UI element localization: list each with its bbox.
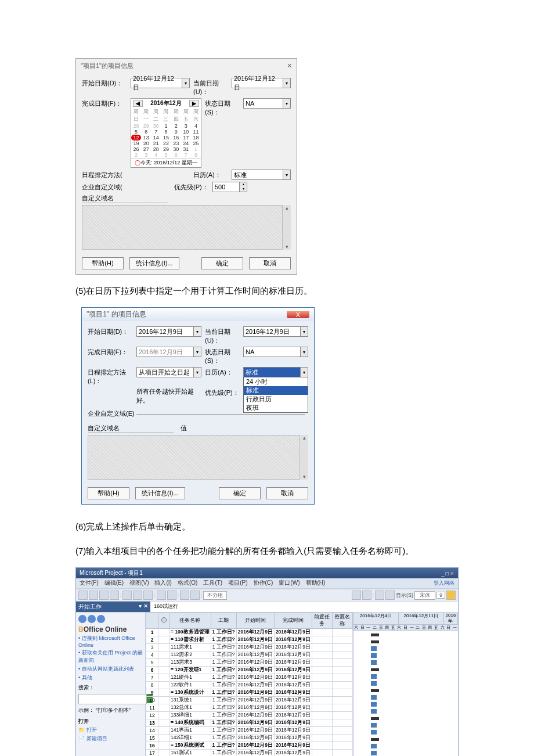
gantt-bar[interactable]	[353, 722, 458, 729]
help-button[interactable]: 帮助(H)	[88, 487, 129, 499]
login-link[interactable]: 登入网络	[430, 578, 458, 588]
status-date-input[interactable]: NA	[243, 347, 301, 357]
menu-item[interactable]: 插入(I)	[154, 579, 171, 586]
bold-icon[interactable]	[446, 591, 456, 600]
open-link[interactable]: 📁 打开	[78, 726, 143, 734]
menu-item[interactable]: 视图(V)	[129, 579, 149, 586]
task-row[interactable]: 14141界面11 工作日?2016年12月9日2016年12月9日	[146, 727, 353, 735]
home-icon[interactable]	[97, 615, 105, 623]
task-row[interactable]: 12133详细11 工作日?2016年12月9日2016年12月9日	[146, 712, 353, 719]
task-row[interactable]: 3111需求11 工作日?2016年12月9日2016年12月9日	[146, 644, 353, 651]
calendar-grid[interactable]: 周日周一周二周三周四周五周六 2829301234567891011121314…	[131, 108, 201, 158]
menu-item[interactable]: 帮助(H)	[306, 579, 326, 586]
redo-icon[interactable]	[167, 591, 176, 600]
print-icon[interactable]	[110, 591, 119, 600]
task-row[interactable]: 1= 100教务通管理1 工作日?2016年12月9日2016年12月9日	[146, 629, 353, 636]
task-grid[interactable]: ⓘ 任务名称 工期 开始时间 完成时间 前置任务 资源名称 1= 100教务通管…	[146, 613, 353, 756]
close-pane-icon[interactable]: ▾ ✕	[139, 603, 148, 611]
undo-icon[interactable]	[157, 591, 166, 600]
col-taskname[interactable]: 任务名称	[169, 613, 211, 629]
dropdown-option[interactable]: 夜班	[244, 404, 308, 412]
new-project-link[interactable]: 📄 新建项目	[78, 735, 143, 743]
chevron-down-icon[interactable]: ▾	[301, 326, 308, 337]
pane-link[interactable]: • 自动从网站更新此列表	[78, 665, 143, 673]
task-row[interactable]: 13= 140系统编码1 工作日?2016年12月9日2016年12月9日	[146, 719, 353, 727]
task-row[interactable]: 9= 130系统设计1 工作日?2016年12月9日2016年12月9日	[146, 689, 353, 697]
paste-icon[interactable]	[143, 591, 153, 600]
col-info[interactable]: ⓘ	[158, 613, 169, 629]
task-row[interactable]: 5113需求31 工作日?2016年12月9日2016年12月9日	[146, 659, 353, 667]
gantt-bar[interactable]	[353, 638, 458, 645]
chevron-down-icon[interactable]: ▾	[194, 347, 201, 357]
gantt-bar[interactable]	[353, 631, 458, 638]
col-start[interactable]: 开始时间	[236, 613, 274, 629]
outdent-icon[interactable]	[375, 591, 384, 600]
calendar-popup[interactable]: ◀ 2016年12月 ▶ 周日周一周二周三周四周五周六 282930123456…	[131, 98, 201, 168]
calendar-dropdown-list[interactable]: 24 小时 标准 行政日历 夜班	[243, 377, 308, 413]
start-date-input[interactable]: 2016年12月9日	[136, 326, 194, 337]
task-row[interactable]: 7121硬件11 工作日?2016年12月9日2016年12月9日	[146, 674, 353, 682]
chevron-down-icon[interactable]: ▾	[301, 367, 308, 377]
font-size-select[interactable]: 9	[436, 592, 445, 599]
gantt-bar[interactable]	[353, 645, 458, 652]
chevron-down-icon[interactable]: ▾	[301, 347, 308, 357]
chevron-down-icon[interactable]: ▾	[283, 98, 291, 109]
task-row[interactable]: 17151测试11 工作日?2016年12月9日2016年12月9日	[146, 750, 353, 757]
task-row[interactable]: 6= 120开发研11 工作日?2016年12月9日2016年12月9日	[146, 667, 353, 674]
gantt-bar[interactable]	[353, 729, 458, 736]
gantt-bar[interactable]	[353, 652, 458, 659]
custom-fields-grid[interactable]: ▴▾	[88, 435, 308, 480]
priority-input[interactable]: 500	[212, 182, 240, 192]
pane-link[interactable]: • 连接到 Microsoft Office Online	[78, 635, 143, 648]
next-month-icon[interactable]: ▶	[189, 100, 199, 107]
cancel-button[interactable]: 取消	[249, 257, 291, 269]
back-icon[interactable]	[78, 615, 86, 623]
current-date-input[interactable]: 2016年12月9日	[243, 326, 301, 337]
no-group-select[interactable]: 不分组	[203, 591, 227, 600]
ok-button[interactable]: 确定	[201, 257, 243, 269]
dropdown-option-selected[interactable]: 标准	[244, 386, 308, 395]
gantt-bar[interactable]	[353, 708, 458, 715]
link-icon[interactable]	[180, 591, 189, 600]
forward-icon[interactable]	[88, 615, 96, 623]
col-id[interactable]	[146, 613, 158, 629]
prev-month-icon[interactable]: ◀	[133, 100, 143, 107]
menu-bar[interactable]: 文件(F)编辑(E)视图(V)插入(I)格式(O)工具(T)项目(P)协作(C)…	[76, 578, 334, 588]
menu-item[interactable]: 格式(O)	[178, 579, 197, 586]
task-row[interactable]: 10131系统11 工作日?2016年12月9日2016年12月9日	[146, 697, 353, 704]
task-row[interactable]: 11132总体11 工作日?2016年12月9日2016年12月9日	[146, 704, 353, 712]
menu-item[interactable]: 编辑(E)	[104, 579, 124, 586]
gantt-bar[interactable]	[353, 673, 458, 680]
zoom-icon[interactable]	[362, 591, 371, 600]
gantt-bar[interactable]	[353, 715, 458, 722]
close-icon[interactable]: ×	[287, 61, 292, 70]
gantt-bar[interactable]	[353, 694, 458, 701]
chevron-down-icon[interactable]: ▾	[283, 170, 291, 180]
menu-item[interactable]: 文件(F)	[80, 579, 99, 586]
chevron-down-icon[interactable]: ▾	[194, 367, 201, 377]
unlink-icon[interactable]	[190, 591, 200, 600]
cancel-button[interactable]: 取消	[266, 487, 308, 499]
ok-button[interactable]: 确定	[219, 487, 261, 499]
indent-icon[interactable]	[385, 591, 395, 600]
show-menu[interactable]: 显示(S)	[396, 592, 413, 599]
gantt-bar[interactable]	[353, 701, 458, 708]
open-icon[interactable]	[89, 591, 98, 600]
chevron-down-icon[interactable]: ▾	[283, 78, 291, 88]
filter-icon[interactable]	[352, 591, 361, 600]
statistics-button[interactable]: 统计信息(I)...	[135, 487, 185, 499]
calendar-select[interactable]: 标准	[232, 170, 283, 180]
col-duration[interactable]: 工期	[211, 613, 236, 629]
gantt-bar[interactable]	[353, 687, 458, 694]
task-row[interactable]: 2= 110需求分析1 工作日?2016年12月9日2016年12月9日	[146, 636, 353, 644]
new-icon[interactable]	[78, 591, 88, 600]
gantt-bar[interactable]	[353, 743, 458, 750]
close-icon[interactable]: X	[287, 311, 309, 318]
scrollbar-icon[interactable]: ▴▾	[300, 435, 308, 480]
spinner-icon[interactable]: ▴▾	[240, 182, 247, 192]
dropdown-option[interactable]: 行政日历	[244, 395, 308, 404]
toolbar[interactable]: | | | | 不分组 | 显示(S) 宋体 9	[76, 589, 458, 602]
gantt-bar[interactable]	[353, 659, 458, 666]
save-icon[interactable]	[99, 591, 109, 600]
task-row[interactable]: 8122软件11 工作日?2016年12月9日2016年12月9日	[146, 682, 353, 689]
